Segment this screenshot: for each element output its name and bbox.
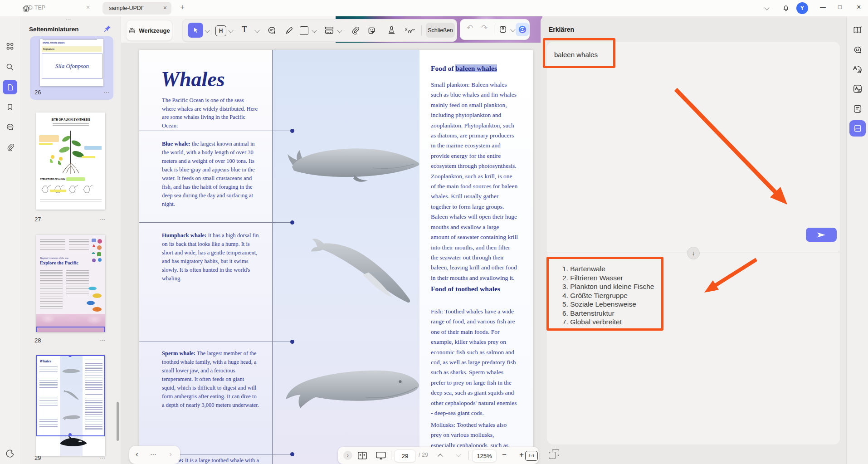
ai-assistant-button[interactable] [516,23,529,36]
collapse-toolbar-button[interactable]: › [343,451,352,460]
section-label: Sperm whale: [162,350,195,357]
close-window-icon[interactable]: × [857,3,861,11]
pen-tool-icon[interactable] [283,25,294,36]
pager-more-icon[interactable]: ⋯ [150,450,157,458]
undo-icon[interactable]: ↶ [467,23,473,33]
app-window: TD-TEP × sample-UPDF × + Y — □ × Werkzeu… [0,0,868,464]
theme-palette-icon[interactable] [5,448,15,459]
page-26-thumbnail[interactable]: 94066, United States Signature Sila Ofon… [40,39,103,86]
tab-inactive-close-icon[interactable]: × [86,4,90,11]
comments-icon[interactable] [5,122,15,132]
viewport-indicator-top [36,327,105,332]
actual-size-icon[interactable]: 1:1 [525,451,538,461]
pdf-page: Whales The Pacific Ocean is one of the s… [139,50,533,464]
search-icon[interactable] [5,62,15,72]
close-annotation-label: Schließen [428,27,453,34]
page-29-label: 29 [34,454,41,461]
ai-chat-icon[interactable] [852,44,863,55]
text-selection-highlight: baleen whales [455,64,497,72]
orca-mini-image [58,436,88,447]
minimize-icon[interactable]: — [820,4,826,10]
tab-active[interactable]: sample-UPDF × [102,2,171,15]
scroll-down-button[interactable]: ↓ [687,247,700,259]
thumbnails-panel: ⋯ Seitenminiaturen 94066, United States … [20,16,121,464]
translate-square-icon[interactable] [852,83,863,94]
tools-button[interactable]: Werkzeuge [126,20,172,41]
text-tool-icon[interactable]: T [242,24,247,34]
copy-response-icon[interactable] [549,449,560,460]
thumb26-address-line: 94066, United States [43,41,65,44]
measure-tool-chevron-icon[interactable] [337,28,342,33]
section-humpback-whale: Humpback whale: It has a high dorsal fin… [162,231,259,283]
titlebar: TD-TEP × sample-UPDF × + Y — □ × [0,0,868,17]
previous-page-chevron-icon[interactable] [438,454,443,459]
thumbnails-scrollbar[interactable] [117,402,119,441]
translate-circle-icon[interactable] [852,64,863,75]
pager-pill: ‹ ⋯ › [129,446,180,464]
page-28-more-icon[interactable]: ⋯ [100,337,106,344]
text-tool-chevron-icon[interactable] [254,28,259,33]
close-annotation-button[interactable]: Schließen [426,23,455,38]
page-27-thumbnail[interactable]: SITE OF AUXIN SYNTHESIS STRUCTURE OF AUX… [36,112,105,210]
page-26-more-icon[interactable]: ⋯ [103,89,110,96]
page-29-thumbnail[interactable]: Whales [36,355,105,456]
page-29-more-icon[interactable]: ⋯ [100,454,106,461]
shape-tool-icon[interactable] [300,26,308,35]
shape-tool-chevron-icon[interactable] [312,28,317,33]
maximize-icon[interactable]: □ [838,4,842,10]
page-prev-icon[interactable]: ‹ [136,449,138,459]
next-page-chevron-icon[interactable] [456,452,461,457]
two-page-view-icon[interactable] [357,450,368,460]
heading-tool-icon[interactable]: H [215,25,226,36]
send-button[interactable] [806,228,837,242]
document-title: Whales [161,67,225,91]
ai-read-book-icon[interactable] [852,24,863,35]
bookmark-icon[interactable] [5,102,15,112]
titlebar-chevron-down-icon[interactable] [764,5,769,10]
viewport-indicator[interactable] [36,355,105,436]
page-next-icon[interactable]: › [169,449,172,459]
notifications-bell-icon[interactable] [781,3,791,13]
attachment-tool-icon[interactable] [350,25,361,36]
thumbnail-group-26[interactable]: 94066, United States Signature Sila Ofon… [30,36,113,100]
page-28-label: 28 [34,337,41,344]
stamp-tool-icon[interactable] [386,25,397,36]
attachments-icon[interactable] [5,142,15,152]
redo-icon[interactable]: ↷ [481,23,488,33]
save-icon[interactable] [497,24,508,35]
avatar[interactable]: Y [796,2,808,14]
humpback-whale-image [310,235,413,313]
comment-tool-icon[interactable] [266,25,277,36]
page-27-more-icon[interactable]: ⋯ [100,216,106,223]
select-tool-chevron-icon[interactable] [205,28,210,33]
thumb28-tagline: Magical creatures of the sea. [40,257,69,259]
panel-drag-dots-icon[interactable]: ⋯ [65,16,72,23]
select-tool-button[interactable] [188,23,203,38]
ai-panel: Erklären baleen whales ↓ 1. Bartenwale 2… [541,16,846,464]
zoom-in-icon[interactable]: + [519,450,524,459]
annotation-toolbar: H T [182,19,457,42]
zoom-out-icon[interactable]: − [502,450,507,459]
signature-tool-icon[interactable] [403,25,417,36]
document-intro: The Pacific Ocean is one of the seas whe… [162,96,259,130]
ai-summary-note-icon[interactable] [852,103,863,114]
presentation-mode-icon[interactable] [375,450,387,460]
view-status-toolbar: › 29 / 29 125% − + 1:1 [338,447,539,464]
save-chevron-icon[interactable] [510,27,515,32]
thumbnails-tab-active[interactable] [3,80,17,94]
ai-panel-title: Erklären [549,26,574,33]
explain-panel-active-button[interactable] [849,120,866,137]
page-number-input[interactable]: 29 [394,449,416,462]
thumb26-signature-label: Signature [43,48,54,50]
tab-inactive-label[interactable]: TD-TEP [25,5,45,11]
zoom-level-input[interactable]: 125% [472,449,497,462]
heading-tool-chevron-icon[interactable] [228,28,233,33]
sticker-tool-icon[interactable] [366,25,377,36]
page-28-thumbnail[interactable]: Magical creatures of the sea. Explore th… [36,235,105,332]
app-grid-icon[interactable] [5,41,15,51]
tools-button-label: Werkzeuge [139,27,170,34]
new-tab-icon[interactable]: + [180,3,185,12]
measure-tool-icon[interactable] [323,25,335,36]
tab-active-close-icon[interactable]: × [163,4,167,11]
pin-icon[interactable] [103,24,112,33]
